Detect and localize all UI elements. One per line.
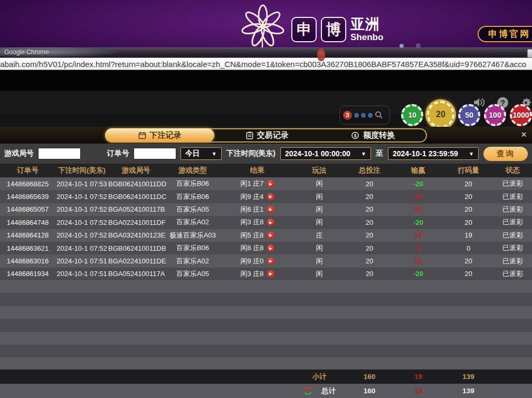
- table-body: 144868688252024-10-1 07:53BGB062410011DD…: [0, 177, 532, 280]
- notice-widget[interactable]: 3: [339, 106, 390, 125]
- cell-round-id: BGA0524100117A: [108, 270, 164, 278]
- date-preset-dropdown[interactable]: 今日 ▼: [180, 147, 222, 160]
- cell-total-bet: 20: [346, 180, 393, 188]
- replay-play-icon[interactable]: ▶: [267, 232, 274, 239]
- replay-play-icon[interactable]: ▶: [267, 270, 274, 278]
- logo-en-text: Shenbo: [350, 33, 383, 42]
- replay-play-icon[interactable]: ▶: [267, 180, 274, 187]
- cell-order-id: 14486868825: [0, 180, 55, 188]
- bet-chip-1000[interactable]: 1000: [510, 104, 532, 126]
- col-header-status: 状态: [493, 166, 532, 175]
- table-row: 144868619342024-10-1 07:51BGA0524100117A…: [0, 268, 532, 280]
- cell-total-bet: 20: [346, 205, 393, 213]
- cell-play: 闲: [293, 205, 346, 214]
- cell-play: 闲: [293, 257, 346, 266]
- window-control-button[interactable]: [527, 49, 532, 58]
- cell-status: 已派彩: [493, 243, 532, 253]
- end-time-value: 2024-10-1 23:59:59: [393, 149, 458, 158]
- cell-play: 闲: [293, 269, 346, 279]
- flower-logo-icon: [239, 3, 287, 48]
- svg-text:$: $: [354, 133, 357, 138]
- cell-total-bet: 20: [346, 219, 393, 226]
- replay-play-icon[interactable]: ▶: [267, 244, 274, 252]
- total-total-bet: 160: [346, 387, 393, 395]
- cell-status: 已派彩: [493, 179, 532, 188]
- cell-valid-bet: 20: [443, 193, 493, 201]
- tab-bet-records[interactable]: 下注记录: [105, 128, 214, 143]
- cell-order-id: 14486865057: [0, 205, 55, 213]
- logo-char-box: 申: [291, 17, 317, 42]
- cell-result: 闲6 庄1▶: [222, 205, 293, 214]
- col-header-play: 玩法: [293, 166, 346, 175]
- player-dot: [361, 113, 366, 118]
- cell-play: 庄: [293, 231, 346, 240]
- cell-valid-bet: 20: [443, 257, 493, 265]
- cell-valid-bet: 20: [443, 180, 493, 188]
- cell-status: 已派彩: [493, 217, 532, 227]
- background-artifact: [317, 49, 325, 61]
- start-time-dropdown[interactable]: 2024-10-1 00:00:00 ▼: [280, 147, 371, 160]
- bet-chip-50[interactable]: 50: [458, 104, 480, 126]
- filter-row: 游戏局号 订单号 今日 ▼ 下注时间(美东) 2024-10-1 00:00:0…: [0, 144, 532, 164]
- cell-valid-bet: 0: [443, 244, 493, 252]
- tab-label: 下注记录: [150, 130, 182, 140]
- cell-game-type: 极速百家乐A03: [164, 231, 222, 240]
- close-icon[interactable]: ×: [521, 129, 527, 139]
- order-no-label: 订单号: [107, 149, 129, 158]
- cell-play: 闲: [293, 192, 346, 202]
- bet-chip-10[interactable]: 10: [401, 104, 423, 126]
- end-time-dropdown[interactable]: 2024-10-1 23:59:59 ▼: [388, 147, 479, 160]
- cell-round-id: BGA022410011DF: [108, 219, 164, 226]
- cell-result: 闲8 庄8▶: [222, 243, 293, 253]
- cell-win-loss: -20: [393, 180, 443, 188]
- bet-chip-100[interactable]: 100: [484, 104, 506, 126]
- official-site-button[interactable]: 申博官网: [478, 26, 532, 42]
- replay-play-icon[interactable]: ▶: [267, 193, 274, 201]
- start-time-value: 2024-10-1 00:00:00: [285, 149, 350, 158]
- cell-total-bet: 20: [346, 244, 393, 252]
- cell-result: 闲1 庄7▶: [222, 179, 293, 188]
- logo-char-box: 博: [321, 17, 346, 42]
- cell-game-type: 百家乐B06: [164, 179, 222, 188]
- total-row: 总计 160 19 139: [0, 384, 532, 398]
- cell-bet-time: 2024-10-1 07:51: [55, 270, 108, 278]
- cell-status: 已派彩: [493, 257, 532, 266]
- cell-total-bet: 20: [346, 257, 393, 265]
- chevron-down-icon: ▼: [361, 151, 366, 157]
- cell-win-loss: -20: [393, 219, 443, 226]
- search-button[interactable]: 查询: [483, 147, 528, 161]
- cell-order-id: 14486861934: [0, 270, 55, 278]
- replay-play-icon[interactable]: ▶: [267, 219, 274, 226]
- cell-bet-time: 2024-10-1 07:52: [55, 205, 108, 213]
- cell-bet-time: 2024-10-1 07:52: [55, 231, 108, 239]
- subtotal-row: 小计 160 19 139: [0, 369, 532, 384]
- cell-total-bet: 20: [346, 193, 393, 201]
- tab-credit-transfer[interactable]: $ 额度转换: [320, 129, 426, 141]
- tab-transaction-records[interactable]: 交易记录: [214, 129, 320, 141]
- cell-win-loss: 0: [393, 244, 443, 252]
- replay-play-icon[interactable]: ▶: [267, 206, 274, 213]
- cell-play: 闲: [293, 217, 346, 227]
- order-no-input[interactable]: [134, 148, 176, 159]
- game-round-input[interactable]: [38, 148, 81, 159]
- logo-region-text: 亚洲: [350, 17, 383, 32]
- cell-order-id: 14486863621: [0, 244, 55, 252]
- browser-url-bar[interactable]: tabaih.com/h5V01/pc/index.html?return=ab…: [0, 58, 532, 70]
- bet-chip-20[interactable]: 20: [427, 101, 454, 128]
- bet-time-label: 下注时间(美东): [226, 149, 276, 158]
- refresh-icon[interactable]: [303, 386, 313, 396]
- cell-win-loss: 19: [393, 231, 443, 239]
- page-background-band: [0, 70, 532, 91]
- cell-game-type: 百家乐B06: [164, 192, 222, 202]
- cell-win-loss: 20: [393, 205, 443, 213]
- cell-valid-bet: 20: [443, 205, 493, 213]
- subtotal-total-bet: 160: [346, 373, 393, 381]
- cell-status: 已派彩: [493, 205, 532, 214]
- cell-win-loss: 20: [393, 257, 443, 265]
- total-win-loss: 19: [393, 387, 443, 395]
- magnifier-icon[interactable]: [375, 111, 383, 119]
- cell-bet-time: 2024-10-1 07:51: [55, 257, 108, 265]
- cell-bet-time: 2024-10-1 07:52: [55, 219, 108, 226]
- modal-tab-bar: 下注记录 交易记录 $ 额度转换 ×: [0, 127, 532, 144]
- replay-play-icon[interactable]: ▶: [267, 258, 274, 265]
